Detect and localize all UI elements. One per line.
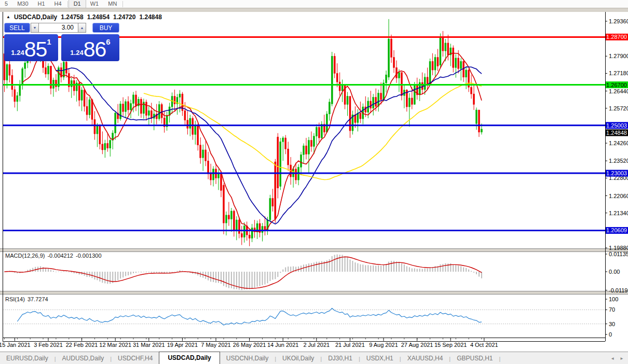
date-label: 12 Mar 2021 (99, 342, 131, 348)
svg-text:1.23003: 1.23003 (606, 170, 627, 176)
sell-price-prefix: 1.24 (11, 49, 24, 57)
svg-text:0.00: 0.00 (609, 269, 620, 275)
buy-price-pip-digit: 6 (106, 37, 110, 46)
tab-dj30-h1[interactable]: DJ30,H1 (322, 353, 359, 364)
tab-ukoil-daily[interactable]: UKOil,Daily (276, 353, 320, 364)
timeframe-button-d1[interactable]: D1 (69, 0, 86, 8)
timeframe-button-mn[interactable]: MN (103, 0, 121, 8)
macd-value-signal: -0.001300 (76, 253, 102, 259)
svg-text:1.26440: 1.26440 (609, 88, 628, 94)
rsi-label: RSI(14) (5, 296, 25, 302)
tab-xauusd-h4[interactable]: XAUUSD,H4 (401, 353, 449, 364)
date-label: 26 May 2021 (233, 342, 266, 348)
svg-text:1.20609: 1.20609 (606, 227, 627, 233)
tab-usdcnh-daily[interactable]: USDCNH,Daily (220, 353, 275, 364)
volume-increase-button[interactable]: ▲ (78, 23, 86, 33)
tab-usdcad-daily[interactable]: USDCAD,Daily (159, 352, 220, 364)
chart-symbol-period: USDCAD,Daily (14, 13, 57, 21)
ohlc-high: 1.24854 (87, 13, 110, 21)
buy-button[interactable]: BUY (92, 23, 119, 33)
sell-button[interactable]: SELL (4, 23, 30, 33)
tab-separator: | (499, 356, 501, 364)
volume-decrease-button[interactable]: ▼ (31, 23, 39, 33)
svg-text:1.25720: 1.25720 (609, 105, 628, 111)
svg-text:1.24848: 1.24848 (606, 130, 627, 136)
svg-text:1.29360: 1.29360 (609, 18, 628, 24)
one-click-trade-panel: SELL ▼ 3.00 ▲ BUY 1.24 85 1 1.24 86 6 (4, 22, 119, 61)
date-label: 2 Jul 2021 (303, 342, 330, 348)
date-label: 15 Jan 2021 (0, 342, 31, 348)
rsi-label-row: RSI(14) 37.7274 (5, 296, 48, 302)
svg-text:0: 0 (609, 331, 612, 338)
svg-text:30: 30 (609, 321, 615, 327)
date-label: 21 Jul 2021 (335, 342, 365, 348)
sell-price-big-digits: 85 (24, 39, 47, 60)
buy-price-display[interactable]: 1.24 86 6 (61, 34, 119, 61)
tab-usdchf-h4[interactable]: USDCHF,H4 (112, 353, 159, 364)
date-label: 4 Oct 2021 (470, 342, 498, 348)
tab-audusd-daily[interactable]: AUDUSD,Daily (56, 353, 111, 364)
svg-text:1.27180: 1.27180 (609, 70, 628, 76)
date-label: 3 Feb 2021 (34, 342, 63, 348)
svg-text:1.28700: 1.28700 (606, 34, 627, 40)
toolbar-separator (122, 1, 123, 7)
toolbar-divider (0, 8, 628, 12)
symbol-collapse-arrow-icon[interactable]: ▲ (6, 15, 10, 19)
tab-usdx-h1[interactable]: USDX,H1 (360, 353, 400, 364)
svg-text:1.19880: 1.19880 (609, 245, 628, 251)
time-axis: 15 Jan 20213 Feb 202122 Feb 202112 Mar 2… (0, 342, 628, 348)
svg-text:1.27900: 1.27900 (609, 53, 628, 59)
timeframe-toolbar: 5M30H1H4D1W1MN (0, 0, 628, 8)
svg-text:0.01135: 0.01135 (609, 251, 628, 257)
svg-text:-0.011904: -0.011904 (609, 287, 628, 293)
svg-text:1.22060: 1.22060 (609, 193, 628, 199)
date-label: 14 Jun 2021 (267, 342, 299, 348)
tab-scroll-nav: ◄ ► (610, 356, 624, 361)
tab-eurusd-daily[interactable]: EURUSD,Daily (0, 353, 54, 364)
date-label: 7 May 2021 (201, 342, 230, 348)
timeframe-button-h4[interactable]: H4 (50, 0, 66, 8)
date-label: 31 Mar 2021 (133, 342, 165, 348)
timeframe-button-m30[interactable]: M30 (12, 0, 33, 8)
ohlc-open: 1.24758 (61, 13, 83, 21)
tab-gbpusd-h1[interactable]: GBPUSD,H1 (450, 353, 499, 364)
volume-input[interactable]: 3.00 (38, 23, 78, 33)
svg-text:1.26700: 1.26700 (606, 82, 627, 88)
ohlc-close: 1.24848 (139, 13, 161, 21)
tab-scroll-right-icon[interactable]: ► (620, 356, 624, 361)
mt4-terminal: { "toolbar": { "timeframes": [ {"label":… (0, 0, 628, 364)
svg-text:1.23520: 1.23520 (609, 158, 628, 164)
date-label: 27 Aug 2021 (401, 342, 433, 348)
svg-text:100: 100 (609, 296, 618, 302)
macd-value-main: -0.004212 (47, 253, 73, 259)
timeframe-button-h1[interactable]: H1 (33, 0, 50, 8)
ohlc-low: 1.24720 (113, 13, 135, 21)
svg-text:1.24260: 1.24260 (609, 140, 628, 146)
date-label: 19 Apr 2021 (167, 342, 198, 348)
svg-text:70: 70 (609, 306, 615, 313)
chart-tab-bar: EURUSD,Daily|AUDUSD,Daily|USDCHF,H4USDCA… (0, 352, 628, 364)
rsi-value: 37.7274 (28, 296, 48, 302)
macd-label-row: MACD(12,26,9) -0.004212 -0.001300 (5, 253, 102, 259)
svg-text:1.21340: 1.21340 (609, 210, 628, 216)
buy-price-big-digits: 86 (84, 39, 106, 60)
date-label: 15 Sep 2021 (434, 342, 467, 348)
sell-price-display[interactable]: 1.24 85 1 (4, 34, 58, 61)
macd-label: MACD(12,26,9) (5, 253, 45, 259)
svg-text:1.25003: 1.25003 (606, 122, 627, 129)
sell-price-pip-digit: 1 (47, 37, 51, 46)
timeframe-button-5[interactable]: 5 (0, 0, 12, 8)
date-label: 22 Feb 2021 (66, 342, 98, 348)
toolbar-separator (67, 1, 68, 7)
timeframe-button-w1[interactable]: W1 (86, 0, 104, 8)
chart-title: ▲ USDCAD,Daily 1.24758 1.24854 1.24720 1… (6, 13, 162, 21)
date-label: 9 Aug 2021 (369, 342, 398, 348)
tab-scroll-left-icon[interactable]: ◄ (610, 356, 615, 361)
buy-price-prefix: 1.24 (70, 49, 83, 57)
